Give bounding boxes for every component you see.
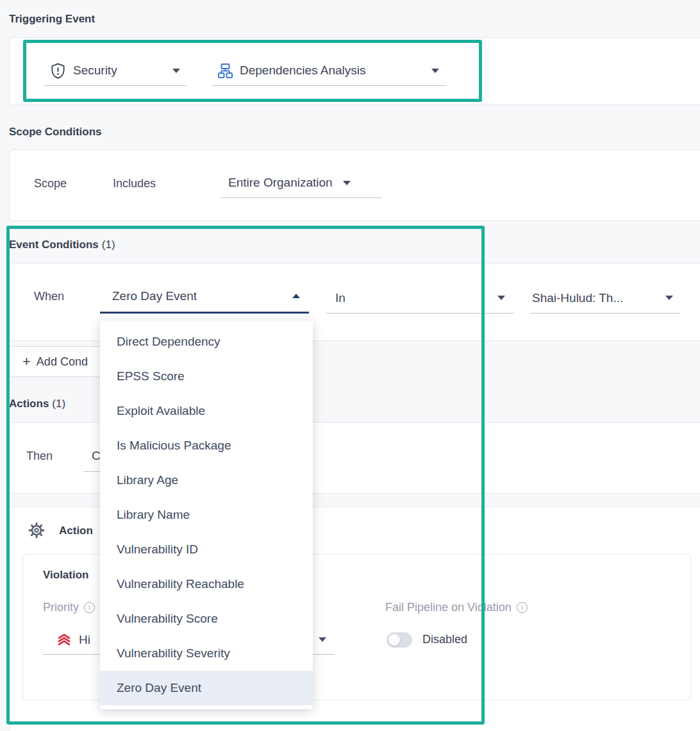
- priority-high-icon: [57, 634, 71, 646]
- menu-item[interactable]: Vulnerability Severity: [100, 636, 313, 671]
- condition-operator-value: In: [335, 291, 346, 305]
- scope-conditions-card: Scope Includes Entire Organization: [9, 149, 700, 221]
- chevron-down-icon: [431, 69, 439, 73]
- policy-editor-page: Triggering Event Security: [0, 0, 700, 731]
- priority-label-row: Priority: [43, 601, 95, 614]
- security-category-value: Security: [73, 63, 117, 78]
- event-conditions-title-text: Event Conditions: [9, 239, 99, 251]
- toggle-knob: [388, 634, 400, 646]
- add-condition-label: Add Cond: [37, 355, 88, 369]
- scope-conditions-title: Scope Conditions: [9, 126, 102, 139]
- event-conditions-title: Event Conditions(1): [9, 239, 115, 251]
- menu-item[interactable]: Vulnerability ID: [100, 532, 313, 567]
- dependencies-icon: [217, 63, 233, 79]
- fail-pipeline-label-row: Fail Pipeline on Violation: [385, 601, 528, 614]
- toggle-state-label: Disabled: [422, 633, 467, 646]
- scope-label: Scope: [34, 177, 67, 190]
- actions-title: Actions(1): [9, 398, 65, 410]
- info-icon: [517, 602, 528, 613]
- actions-count: (1): [52, 398, 65, 410]
- event-conditions-count: (1): [102, 239, 115, 251]
- info-icon: [84, 602, 95, 613]
- actions-title-text: Actions: [9, 398, 49, 410]
- condition-menu: Direct DependencyEPSS ScoreExploit Avail…: [100, 321, 313, 709]
- plus-icon: [22, 355, 31, 369]
- then-label: Then: [26, 450, 53, 463]
- chevron-down-icon: [343, 181, 351, 185]
- triggering-event-card: Security Dependencies Analysis: [9, 37, 700, 105]
- scope-operator-label: Includes: [113, 177, 156, 190]
- scope-conditions-title-text: Scope Conditions: [9, 126, 102, 138]
- menu-item[interactable]: Direct Dependency: [100, 324, 313, 359]
- chevron-down-icon: [665, 296, 673, 300]
- condition-attribute-dropdown[interactable]: Zero Day Event: [100, 280, 309, 314]
- action-panel-title: Action: [59, 525, 93, 537]
- chevron-up-icon: [292, 294, 300, 298]
- priority-value: Hi: [79, 633, 90, 647]
- gear-icon: [28, 522, 45, 539]
- scope-value: Entire Organization: [228, 176, 333, 190]
- menu-item[interactable]: Is Malicious Package: [100, 428, 313, 463]
- analysis-type-dropdown[interactable]: Dependencies Analysis: [212, 56, 447, 86]
- menu-item[interactable]: Exploit Available: [100, 394, 313, 428]
- triggering-event-title: Triggering Event: [9, 13, 95, 26]
- menu-item[interactable]: Vulnerability Reachable: [100, 567, 313, 601]
- fail-pipeline-toggle[interactable]: [387, 632, 412, 648]
- analysis-type-value: Dependencies Analysis: [240, 63, 365, 78]
- chevron-down-icon: [172, 69, 180, 73]
- condition-value-dropdown[interactable]: Shai-Hulud: Th...: [531, 283, 679, 314]
- violation-title: Violation: [43, 569, 88, 582]
- menu-item[interactable]: Zero Day Event: [100, 671, 313, 705]
- menu-item[interactable]: EPSS Score: [100, 359, 313, 394]
- menu-item[interactable]: Library Age: [100, 463, 313, 498]
- condition-value: Shai-Hulud: Th...: [532, 291, 623, 305]
- menu-item[interactable]: Vulnerability Score: [100, 601, 313, 636]
- when-label: When: [34, 290, 64, 303]
- chevron-down-icon: [319, 637, 326, 642]
- action-type-value: C: [92, 449, 101, 463]
- triggering-event-title-text: Triggering Event: [9, 13, 95, 25]
- condition-operator-dropdown[interactable]: In: [326, 283, 514, 314]
- chevron-down-icon: [497, 296, 505, 300]
- shield-alert-icon: [51, 63, 65, 79]
- scope-value-dropdown[interactable]: Entire Organization: [221, 168, 382, 198]
- priority-label: Priority: [43, 601, 79, 614]
- fail-pipeline-label: Fail Pipeline on Violation: [385, 601, 512, 614]
- condition-attribute-value: Zero Day Event: [112, 289, 197, 303]
- menu-item[interactable]: Library Name: [100, 498, 313, 532]
- security-category-dropdown[interactable]: Security: [44, 56, 187, 86]
